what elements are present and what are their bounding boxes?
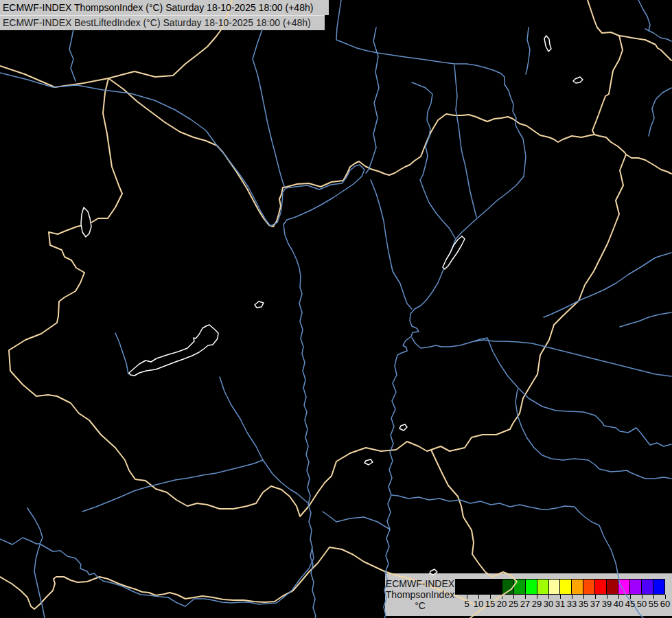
legend-color-cell xyxy=(559,580,571,594)
lake-slovakia-1 xyxy=(544,36,551,52)
lake-small-1 xyxy=(399,424,407,431)
lake-balaton xyxy=(129,325,218,376)
river-somes xyxy=(544,253,671,317)
river-crasna xyxy=(620,312,671,327)
river-stub-southwest xyxy=(34,545,45,618)
river-vah xyxy=(253,30,284,186)
river-drava xyxy=(40,544,314,606)
river-sajo xyxy=(412,82,455,238)
legend-tick-label: 60 xyxy=(656,599,672,609)
river-hernad xyxy=(454,65,476,217)
legend-color-cell xyxy=(606,580,618,594)
lake-slovakia-2 xyxy=(573,77,583,83)
legend-color-cell xyxy=(478,580,490,594)
legend-color-cell xyxy=(513,580,525,594)
river-sio xyxy=(220,377,308,503)
legend-color-cell xyxy=(641,580,653,594)
river-koros-main xyxy=(412,338,671,446)
border-austria-hungary-croatia xyxy=(9,78,431,516)
river-stub-east-edge xyxy=(649,88,671,136)
river-stub-ne-corner xyxy=(638,0,650,31)
legend-color-cell xyxy=(594,580,606,594)
border-hungary-romania xyxy=(431,154,626,451)
legend-color-cell xyxy=(525,580,537,594)
river-stub-north xyxy=(526,27,530,74)
river-kapos xyxy=(82,460,263,512)
border-slovakia-ukraine-vertical xyxy=(592,36,623,135)
river-zagyva xyxy=(371,180,412,309)
river-hron xyxy=(366,27,379,173)
river-drava-upper xyxy=(27,508,43,544)
legend-color-cell xyxy=(653,580,664,594)
river-mura xyxy=(0,538,40,545)
legend-index-label: ThompsonIndex xyxy=(385,589,455,600)
river-danube xyxy=(0,73,364,618)
legend-color-cell xyxy=(467,580,478,594)
legend-color-cell xyxy=(571,580,583,594)
legend-color-cell xyxy=(618,580,629,594)
map-title-line-1: ECMWF-INDEX ThompsonIndex (°C) Saturday … xyxy=(3,2,313,13)
legend-color-cell xyxy=(548,580,560,594)
river-upper-tisza-bodrog xyxy=(336,0,505,84)
river-stub-ne-edge xyxy=(645,29,671,41)
legend-unit-label: °C xyxy=(385,600,455,611)
legend-color-cell xyxy=(537,580,548,594)
river-tributary-west xyxy=(323,512,390,529)
legend-labels: ECMWF-INDEX ThompsonIndex °C xyxy=(385,573,455,616)
legend-color-cell xyxy=(490,580,502,594)
weather-map-canvas: ECMWF-INDEX ThompsonIndex (°C) Saturday … xyxy=(0,0,672,618)
legend-color-cell xyxy=(456,580,467,594)
lake-ferto xyxy=(81,207,91,237)
lakes xyxy=(81,36,583,575)
lake-velence xyxy=(255,301,264,308)
border-ukraine-romania-east xyxy=(594,135,671,174)
lake-small-2 xyxy=(364,459,373,465)
legend-colorbar xyxy=(455,579,665,595)
legend-model-label: ECMWF-INDEX xyxy=(385,578,455,589)
map-svg xyxy=(0,0,672,618)
river-koros-north-branch xyxy=(475,340,671,376)
map-title-line-2: ECMWF-INDEX BestLiftedIndex (°C) Saturda… xyxy=(3,17,311,28)
river-tisza xyxy=(384,84,526,618)
legend-color-cell xyxy=(583,580,594,594)
river-zala xyxy=(115,333,128,374)
border-hungary-slovakia xyxy=(108,78,594,227)
river-koros-south-branch xyxy=(515,389,671,479)
legend-color-cell xyxy=(629,580,641,594)
legend-color-cell xyxy=(502,580,513,594)
lake-tisza-to xyxy=(443,236,465,269)
border-slovakia-ukraine-north xyxy=(588,0,671,60)
river-morava xyxy=(69,30,76,81)
rivers xyxy=(0,0,671,618)
country-borders xyxy=(0,0,671,618)
